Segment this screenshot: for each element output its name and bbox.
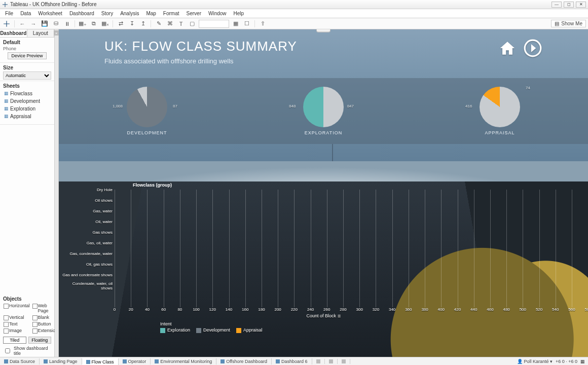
clear-button[interactable]: ▦ₓ: [100, 19, 109, 28]
group-button[interactable]: ⌘: [165, 19, 174, 28]
device-phone-label[interactable]: Phone: [3, 46, 51, 51]
bar-row[interactable]: Gas, water: [115, 206, 572, 216]
new-worksheet-button[interactable]: ▦₊: [78, 19, 87, 28]
highlight-button[interactable]: ✎: [154, 19, 163, 28]
floating-button[interactable]: Floating: [28, 337, 52, 344]
save-button[interactable]: 💾: [40, 19, 49, 28]
swap-button[interactable]: ⇄: [116, 19, 125, 28]
bar-row[interactable]: Oil, gas shows: [115, 259, 572, 270]
toolbar: ← → 💾 ⛁ ⏸ ▦₊ ⧉ ▦ₓ ⇄ ↧ ↥ ✎ ⌘ T ▢ ▦ ☐ ⇪ ▤ …: [0, 18, 588, 29]
sheet-tab[interactable]: Dashboard 6: [272, 358, 312, 364]
menu-help[interactable]: Help: [231, 10, 247, 17]
x-tick: 260: [323, 307, 330, 312]
new-worksheet-icon[interactable]: [312, 359, 325, 364]
share-button[interactable]: ⇪: [258, 19, 267, 28]
new-dashboard-icon[interactable]: [325, 359, 338, 364]
pie-chart[interactable]: 1,008 87: [127, 87, 167, 127]
menu-worksheet[interactable]: Worksheet: [35, 10, 65, 17]
x-tick: 560: [568, 307, 575, 312]
legend-item[interactable]: Appraisal: [236, 327, 263, 333]
tab-layout[interactable]: Layout: [27, 29, 55, 37]
menu-dashboard[interactable]: Dashboard: [66, 10, 97, 17]
show-me-button[interactable]: ▤ Show Me: [551, 20, 586, 27]
menu-map[interactable]: Map: [143, 10, 159, 17]
menu-story[interactable]: Story: [98, 10, 116, 17]
device-preview-button[interactable]: Device Preview: [8, 52, 46, 59]
duplicate-button[interactable]: ⧉: [89, 19, 98, 28]
sheet-tab[interactable]: Data Source: [0, 358, 40, 364]
window-close-button[interactable]: ✕: [576, 2, 586, 8]
sheet-tab[interactable]: Operator: [119, 358, 151, 364]
menu-server[interactable]: Server: [183, 10, 204, 17]
pie-label: DEVELOPMENT: [96, 130, 198, 135]
sheet-item[interactable]: Appraisal: [3, 113, 51, 120]
menu-window[interactable]: Window: [205, 10, 230, 17]
labels-button[interactable]: T: [176, 19, 186, 28]
pane-resize-handle[interactable]: ×: [55, 29, 59, 357]
tiled-button[interactable]: Tiled: [3, 337, 26, 344]
bar-row[interactable]: Oil shows: [115, 195, 572, 206]
window-minimize-button[interactable]: —: [552, 2, 562, 8]
fit-cards-button[interactable]: ▦: [231, 19, 240, 28]
object-image[interactable]: Image: [3, 327, 31, 334]
home-icon[interactable]: [499, 40, 516, 59]
bar-row[interactable]: Gas, oil, water: [115, 238, 572, 248]
tab-dashboard[interactable]: Dashboard: [0, 29, 27, 37]
bar-row[interactable]: Condensate, water, oil shows: [115, 280, 572, 291]
sort-desc-button[interactable]: ↥: [138, 19, 148, 28]
new-story-icon[interactable]: [338, 359, 350, 364]
new-datasource-button[interactable]: ⛁: [51, 19, 60, 28]
legend-item[interactable]: Development: [196, 327, 230, 333]
sheet-item[interactable]: Flowclass: [3, 90, 51, 97]
x-tick: 140: [226, 307, 232, 312]
device-default-label[interactable]: Default: [3, 40, 51, 45]
next-icon[interactable]: [523, 39, 542, 60]
dashboard-drag-handle[interactable]: [316, 29, 330, 32]
sheet-item[interactable]: Development: [3, 97, 51, 105]
menu-file[interactable]: File: [2, 10, 16, 17]
x-tick: 440: [470, 307, 477, 312]
x-tick: 240: [307, 307, 314, 312]
sheet-tab[interactable]: Environmental Monitoring: [151, 358, 216, 364]
bar-row[interactable]: Gas shows: [115, 227, 572, 238]
show-title-checkbox[interactable]: Show dashboard title: [3, 346, 51, 356]
sheet-tab[interactable]: Landing Page: [40, 358, 82, 364]
window-maximize-button[interactable]: ◻: [564, 2, 574, 8]
pin-button[interactable]: ☐: [242, 19, 251, 28]
bar-row[interactable]: Oil, water: [115, 216, 572, 227]
size-selector[interactable]: Automatic: [3, 71, 51, 80]
window-title: Tableau - UK Offshore Drilling - Before: [10, 2, 96, 7]
x-tick: 200: [274, 307, 281, 312]
forward-button[interactable]: →: [29, 19, 38, 28]
menu-data[interactable]: Data: [17, 10, 34, 17]
bar-row[interactable]: Gas, condensate, water: [115, 248, 572, 259]
pie-label: APPRAISAL: [449, 130, 550, 135]
legend-item[interactable]: Exploration: [160, 327, 190, 333]
pane-collapse-button[interactable]: ×: [54, 30, 59, 35]
axis-dropdown-icon[interactable]: ☰: [338, 314, 341, 318]
bar-row[interactable]: Gas and condensate shows: [115, 270, 572, 280]
status-grid-icon[interactable]: ▦: [580, 359, 585, 364]
sheet-item[interactable]: Exploration: [3, 105, 51, 113]
object-vertical[interactable]: Vertical: [3, 314, 31, 320]
tableau-logo-icon[interactable]: [2, 19, 11, 28]
toolbar-separator: [113, 20, 113, 27]
bar-row[interactable]: Dry Hole: [115, 185, 572, 195]
object-horizontal[interactable]: Horizontal: [3, 303, 31, 314]
pie-value-b: 847: [347, 104, 354, 108]
menu-analysis[interactable]: Analysis: [117, 10, 142, 17]
sort-asc-button[interactable]: ↧: [127, 19, 136, 28]
dashboard-canvas[interactable]: UK: FLOW CLASS SUMMARY Fluids associated…: [59, 29, 588, 357]
back-button[interactable]: ←: [18, 19, 27, 28]
x-tick: 100: [193, 307, 199, 312]
menu-format[interactable]: Format: [160, 10, 182, 17]
presentation-button[interactable]: ▢: [188, 19, 197, 28]
sheet-tab[interactable]: Offshore Dashboard: [216, 358, 272, 364]
fit-selector[interactable]: [199, 20, 229, 28]
pause-button[interactable]: ⏸: [62, 19, 71, 28]
app-icon: [2, 2, 8, 8]
pie-chart[interactable]: 848 847: [303, 87, 344, 127]
sheet-tab[interactable]: Flow Class: [82, 358, 119, 365]
pie-chart[interactable]: 416 74: [480, 87, 520, 127]
object-text[interactable]: Text: [3, 321, 31, 327]
